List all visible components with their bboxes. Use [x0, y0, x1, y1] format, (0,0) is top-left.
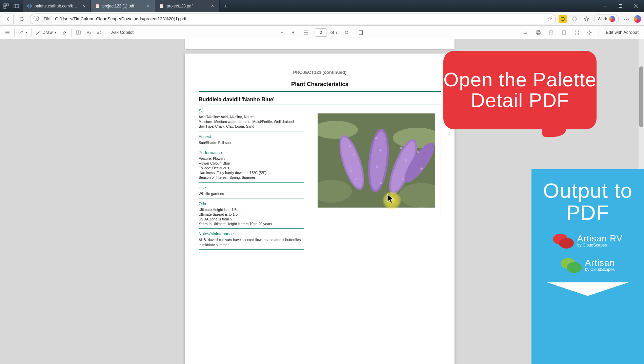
- text-size-icon[interactable]: AA: [84, 28, 95, 37]
- settings-gear-icon[interactable]: [584, 28, 595, 37]
- tab-title: project123.pdf: [167, 4, 208, 8]
- page-heading: Plant Characteristics: [199, 81, 441, 88]
- section-title: Soil:: [199, 108, 304, 114]
- page-controls: − + of 7: [278, 28, 366, 37]
- section-title: Aspect:: [199, 133, 304, 140]
- tab-actions-icon[interactable]: [3, 3, 9, 9]
- tab-title: project123 (1).pdf: [102, 4, 143, 8]
- svg-rect-23: [79, 31, 80, 34]
- url-input[interactable]: [55, 16, 545, 21]
- char-line: Years to Ultimate Height is from 10 to 2…: [199, 221, 304, 226]
- zoom-out-button[interactable]: −: [278, 28, 286, 37]
- char-line: USDA Zone is from 5: [199, 217, 304, 221]
- close-icon[interactable]: ×: [81, 3, 86, 9]
- svg-rect-36: [550, 31, 552, 32]
- section-body: Feature: Flowers Flower Colour: Blue Fol…: [199, 156, 304, 182]
- separator: [31, 28, 32, 37]
- workspaces-icon[interactable]: [13, 3, 20, 9]
- window-titlebar: palette.csdhub.com/builder.aspx × projec…: [0, 0, 644, 12]
- svg-rect-10: [96, 4, 99, 8]
- fit-width-icon[interactable]: [301, 28, 311, 37]
- svg-text:A: A: [87, 30, 89, 35]
- tab-palette-csdhub[interactable]: palette.csdhub.com/builder.aspx ×: [23, 0, 91, 12]
- logo-sub: by CloudScapes: [577, 243, 623, 248]
- address-box[interactable]: ⓘ File ☆: [30, 14, 556, 24]
- rotate-icon[interactable]: [341, 28, 352, 37]
- section-body: Acid/Alkaline: Acid, Alkaline, Neutral M…: [199, 114, 304, 131]
- svg-rect-3: [14, 4, 19, 8]
- copilot-icon[interactable]: [634, 15, 641, 23]
- save-icon[interactable]: [546, 28, 557, 37]
- back-button[interactable]: [3, 14, 14, 24]
- contents-icon[interactable]: [2, 28, 13, 37]
- divider: [199, 249, 304, 250]
- two-page-icon[interactable]: [73, 28, 84, 37]
- save-as-icon[interactable]: [559, 28, 569, 37]
- overlay-blue-line1: Output to: [538, 179, 638, 201]
- page-view-icon[interactable]: [355, 28, 366, 37]
- cloud-logo-red-icon: [553, 234, 573, 248]
- scrollbar-thumb[interactable]: [639, 66, 643, 127]
- ask-copilot-button[interactable]: Ask Copilot: [108, 28, 136, 37]
- address-bar-row: ⓘ File ☆ Work ⋯: [0, 12, 644, 26]
- tab-project123-pdf[interactable]: project123.pdf ×: [155, 0, 220, 12]
- divider: [199, 228, 304, 229]
- svg-point-55: [375, 137, 378, 139]
- draw-button[interactable]: Draw▾: [33, 28, 59, 37]
- pdf-toolbar-right: Edit with Acrobat: [520, 28, 642, 37]
- divider: [199, 147, 304, 147]
- char-line: Hardiness: Fully hardy down to -15°C (5°…: [199, 170, 304, 175]
- edit-with-acrobat-button[interactable]: Edit with Acrobat: [602, 28, 642, 37]
- logo-name: Artisan: [585, 258, 615, 267]
- logo-artisan: Artisan by CloudScapes: [538, 258, 638, 272]
- favorite-star-icon[interactable]: ☆: [547, 16, 552, 22]
- section-title: Other:: [199, 200, 304, 207]
- more-menu-icon[interactable]: ⋯: [622, 14, 631, 24]
- svg-rect-2: [4, 6, 6, 8]
- char-line: Acid/Alkaline: Acid, Alkaline, Neutral: [199, 114, 304, 119]
- char-line: Season of Interest: Spring, Summer: [199, 175, 304, 180]
- char-line: Moisture: Medium water demand, Moist/Fer…: [199, 119, 304, 124]
- section-body: All B. davidii cultivars have scented fl…: [199, 237, 304, 249]
- globe-icon: [27, 4, 32, 8]
- svg-point-30: [524, 31, 526, 34]
- erase-button[interactable]: [59, 28, 70, 37]
- favorites-icon[interactable]: [582, 14, 591, 24]
- print-icon[interactable]: [533, 28, 544, 37]
- svg-point-58: [380, 182, 382, 184]
- info-icon[interactable]: ⓘ: [34, 15, 39, 22]
- read-aloud-icon[interactable]: a: [95, 28, 105, 37]
- svg-rect-13: [160, 4, 163, 8]
- tab-project123-1-pdf[interactable]: project123 (1).pdf ×: [91, 0, 155, 12]
- draw-label: Draw: [42, 30, 53, 35]
- logo-sub: by CloudScapes: [585, 267, 615, 272]
- highlight-button[interactable]: ▾: [16, 28, 30, 37]
- close-icon[interactable]: ×: [210, 3, 215, 9]
- overlay-blue-line2: PDF: [538, 201, 638, 223]
- extensions-icon[interactable]: [569, 14, 579, 24]
- separator: [107, 28, 107, 37]
- extension-icon-yellow[interactable]: [559, 15, 567, 23]
- svg-point-61: [402, 178, 404, 180]
- minimize-button[interactable]: [597, 0, 613, 12]
- char-line: Soil Type: Chalk, Clay, Loam, Sand: [199, 124, 304, 129]
- new-tab-button[interactable]: +: [220, 0, 232, 12]
- svg-point-53: [350, 170, 352, 172]
- char-line: Wildlife gardens: [199, 191, 304, 196]
- characteristics-column: Soil: Acid/Alkaline: Acid, Alkaline, Neu…: [199, 108, 304, 252]
- overlay-blue-panel: Output to PDF Artisan RV by CloudScapes …: [531, 169, 644, 364]
- titlebar-left: [0, 3, 20, 9]
- fullscreen-icon[interactable]: [571, 28, 582, 37]
- close-window-button[interactable]: [628, 0, 644, 12]
- overlay-red-callout: Open the Palette Detail PDF: [443, 51, 597, 129]
- zoom-in-button[interactable]: +: [289, 28, 297, 37]
- svg-rect-32: [537, 30, 540, 32]
- profile-work-pill[interactable]: Work: [594, 15, 619, 23]
- close-icon[interactable]: ×: [145, 3, 151, 9]
- page-number-input[interactable]: [315, 28, 327, 37]
- maximize-button[interactable]: [613, 0, 628, 12]
- pdf-toolbar: ▾ Draw▾ AA a Ask Copilot − + of 7 Edit w…: [0, 26, 644, 39]
- divider: [199, 198, 304, 198]
- search-icon[interactable]: [520, 28, 531, 37]
- refresh-button[interactable]: [16, 14, 27, 24]
